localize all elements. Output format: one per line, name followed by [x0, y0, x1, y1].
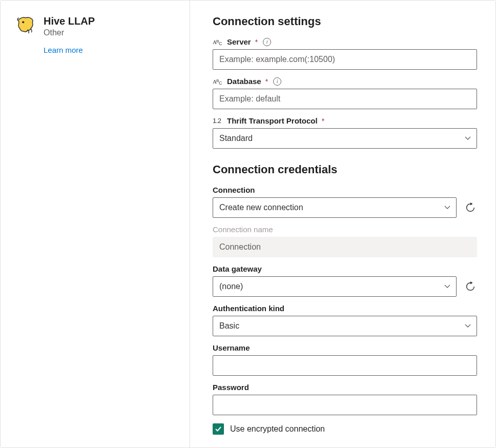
server-input[interactable]: [213, 49, 477, 70]
server-label: Server: [227, 37, 251, 46]
learn-more-link[interactable]: Learn more: [44, 46, 177, 54]
connection-name-label: Connection name: [213, 225, 273, 234]
dialog-root: Hive LLAP Other Learn more Connection se…: [0, 0, 496, 448]
connection-label: Connection: [213, 186, 255, 194]
field-protocol: 1.2 Thrift Transport Protocol * Standard: [213, 116, 477, 149]
database-label: Database: [227, 77, 261, 86]
auth-kind-select[interactable]: Basic: [213, 316, 477, 336]
required-indicator: *: [255, 38, 258, 46]
encrypted-label: Use encrypted connection: [230, 424, 325, 434]
sidebar: Hive LLAP Other Learn more: [1, 1, 190, 447]
chevron-down-icon: [444, 204, 451, 211]
connector-meta: Hive LLAP Other: [44, 15, 95, 37]
info-icon[interactable]: i: [273, 77, 281, 86]
svg-text:C: C: [219, 41, 222, 46]
field-database: ABC Database * i: [213, 77, 477, 109]
protocol-label: Thrift Transport Protocol: [227, 116, 318, 125]
password-label: Password: [213, 383, 249, 392]
text-type-icon: ABC: [213, 78, 224, 85]
label-row: ABC Server * i: [213, 37, 477, 46]
chevron-down-icon: [464, 322, 471, 330]
required-indicator: *: [265, 77, 268, 86]
field-server: ABC Server * i: [213, 37, 477, 70]
field-connection: Connection Create new connection: [213, 186, 477, 218]
chevron-down-icon: [444, 283, 451, 290]
label-row: Connection name: [213, 225, 477, 234]
svg-point-0: [22, 21, 24, 23]
svg-text:C: C: [219, 80, 222, 85]
auth-kind-value: Basic: [219, 321, 239, 331]
required-indicator: *: [322, 117, 324, 125]
label-row: 1.2 Thrift Transport Protocol *: [213, 116, 477, 125]
hive-icon: [16, 15, 35, 34]
username-label: Username: [213, 343, 250, 352]
protocol-select[interactable]: Standard: [213, 128, 477, 149]
section-credentials-title: Connection credentials: [213, 163, 477, 176]
label-row: Data gateway: [213, 264, 477, 273]
connection-name-input: [213, 237, 477, 257]
connector-header: Hive LLAP Other: [16, 15, 177, 37]
label-row: Password: [213, 383, 477, 392]
main-panel: Connection settings ABC Server * i ABC D…: [190, 1, 495, 447]
connector-subtitle: Other: [44, 28, 95, 37]
data-gateway-value: (none): [219, 282, 243, 291]
auth-kind-label: Authentication kind: [213, 304, 284, 313]
encrypted-checkbox[interactable]: [213, 423, 224, 435]
field-password: Password: [213, 383, 477, 415]
label-row: Username: [213, 343, 477, 352]
connection-select[interactable]: Create new connection: [213, 197, 457, 218]
number-type-icon: 1.2: [213, 117, 224, 125]
label-row: Connection: [213, 186, 477, 194]
password-input[interactable]: [213, 395, 477, 415]
text-type-icon: ABC: [213, 38, 224, 46]
field-data-gateway: Data gateway (none): [213, 264, 477, 297]
connector-title: Hive LLAP: [44, 15, 95, 27]
data-gateway-select[interactable]: (none): [213, 276, 457, 297]
field-auth-kind: Authentication kind Basic: [213, 304, 477, 336]
field-username: Username: [213, 343, 477, 376]
refresh-gateway-button[interactable]: [464, 280, 477, 293]
label-row: Authentication kind: [213, 304, 477, 313]
chevron-down-icon: [464, 135, 471, 142]
label-row: ABC Database * i: [213, 77, 477, 86]
username-input[interactable]: [213, 355, 477, 376]
info-icon[interactable]: i: [263, 38, 271, 46]
section-settings-title: Connection settings: [213, 15, 477, 28]
field-encrypted: Use encrypted connection: [213, 423, 477, 435]
database-input[interactable]: [213, 89, 477, 109]
data-gateway-label: Data gateway: [213, 264, 262, 273]
protocol-value: Standard: [219, 134, 253, 143]
field-connection-name: Connection name: [213, 225, 477, 257]
refresh-connection-button[interactable]: [464, 201, 477, 214]
connection-value: Create new connection: [219, 203, 303, 212]
